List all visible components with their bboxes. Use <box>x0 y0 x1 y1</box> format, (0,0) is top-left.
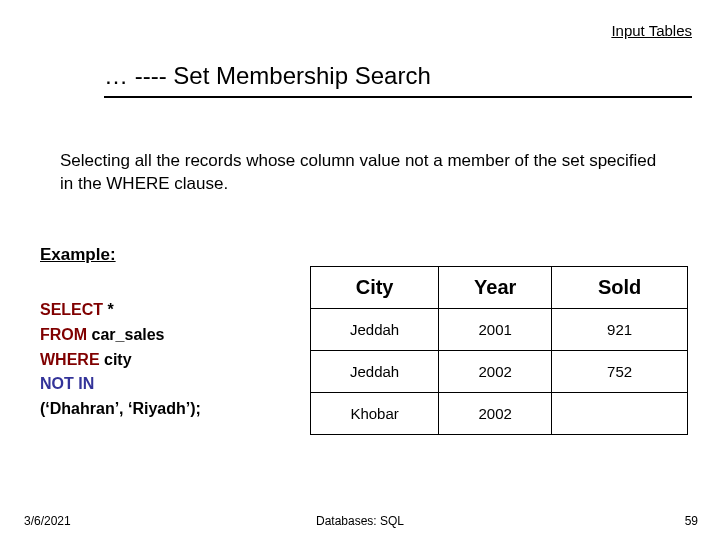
sql-kw-select: SELECT <box>40 301 103 318</box>
col-header-city: City <box>311 267 439 309</box>
sql-kw-from: FROM <box>40 326 87 343</box>
sql-line-select: SELECT * <box>40 298 201 323</box>
cell-sold: 752 <box>552 351 688 393</box>
table-row: Jeddah 2001 921 <box>311 309 688 351</box>
sql-line-notin: NOT IN <box>40 372 201 397</box>
table-row: Jeddah 2002 752 <box>311 351 688 393</box>
sql-from-table: car_sales <box>87 326 164 343</box>
cell-sold <box>552 393 688 435</box>
sql-where-col: city <box>100 351 132 368</box>
sql-line-list: (‘Dhahran’, ‘Riyadh’); <box>40 397 201 422</box>
cell-sold: 921 <box>552 309 688 351</box>
col-header-year: Year <box>439 267 552 309</box>
cell-city: Khobar <box>311 393 439 435</box>
sql-line-where: WHERE city <box>40 348 201 373</box>
result-table: City Year Sold Jeddah 2001 921 Jeddah 20… <box>310 266 688 435</box>
col-header-sold: Sold <box>552 267 688 309</box>
footer-page-number: 59 <box>685 514 698 528</box>
sql-line-from: FROM car_sales <box>40 323 201 348</box>
cell-year: 2002 <box>439 351 552 393</box>
body-paragraph: Selecting all the records whose column v… <box>60 150 672 196</box>
sql-kw-where: WHERE <box>40 351 100 368</box>
cell-year: 2002 <box>439 393 552 435</box>
footer-date: 3/6/2021 <box>24 514 71 528</box>
input-tables-link[interactable]: Input Tables <box>611 22 692 39</box>
slide: Input Tables … ---- Set Membership Searc… <box>0 0 720 540</box>
sql-block: SELECT * FROM car_sales WHERE city NOT I… <box>40 298 201 422</box>
cell-city: Jeddah <box>311 309 439 351</box>
cell-year: 2001 <box>439 309 552 351</box>
table-header-row: City Year Sold <box>311 267 688 309</box>
table-row: Khobar 2002 <box>311 393 688 435</box>
result-table-wrap: City Year Sold Jeddah 2001 921 Jeddah 20… <box>310 266 688 435</box>
cell-city: Jeddah <box>311 351 439 393</box>
sql-kw-notin: NOT IN <box>40 375 94 392</box>
title-row: … ---- Set Membership Search <box>104 62 692 98</box>
example-label: Example: <box>40 245 116 265</box>
footer-center: Databases: SQL <box>316 514 404 528</box>
slide-title: … ---- Set Membership Search <box>104 62 431 89</box>
sql-star: * <box>103 301 114 318</box>
